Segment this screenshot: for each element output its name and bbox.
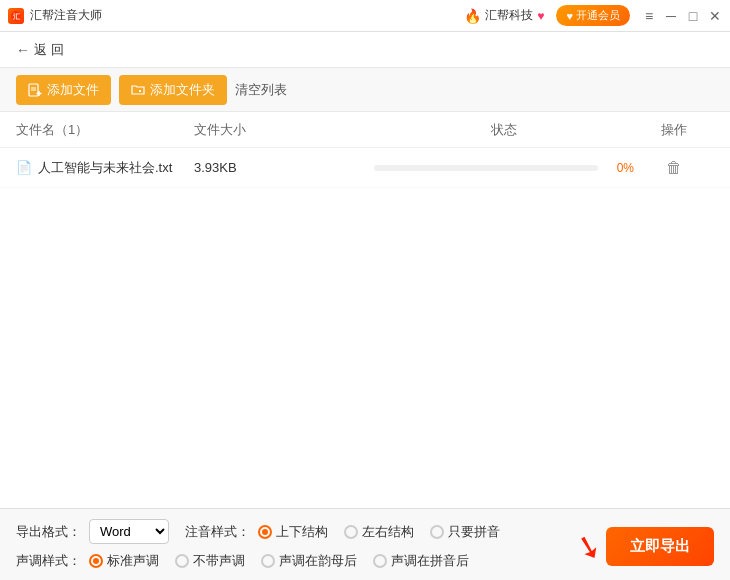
brand-logo-icon: 🔥 [464, 8, 481, 24]
title-left: 汇 汇帮注音大师 [8, 7, 102, 24]
minimize-button[interactable]: ─ [664, 9, 678, 23]
app-icon: 汇 [8, 8, 24, 24]
file-type-icon: 📄 [16, 160, 32, 175]
annotation-radio-0 [258, 525, 272, 539]
file-size: 3.93KB [194, 160, 374, 175]
nav-bar: ← 返 回 [0, 32, 730, 68]
add-file-label: 添加文件 [47, 81, 99, 99]
progress-cell: 0% [374, 161, 634, 175]
svg-text:汇: 汇 [13, 13, 21, 20]
table-row: 📄 人工智能与未来社会.txt 3.93KB 0% 🗑 [0, 148, 730, 188]
annotation-label: 注音样式： [185, 523, 250, 541]
tone-radio-2 [261, 554, 275, 568]
file-table: 文件名（1） 文件大小 状态 操作 📄 人工智能与未来社会.txt 3.93KB… [0, 112, 730, 508]
tone-radio-0 [89, 554, 103, 568]
format-group: 导出格式： Word PDF HTML TXT [16, 519, 169, 544]
tone-option-0-label: 标准声调 [107, 552, 159, 570]
options-row-2: 声调样式： 标准声调 不带声调 声调在韵母后 [16, 552, 575, 570]
annotation-option-0-label: 上下结构 [276, 523, 328, 541]
add-file-button[interactable]: 添加文件 [16, 75, 111, 105]
vip-button[interactable]: ♥ 开通会员 [556, 5, 630, 26]
annotation-option-0[interactable]: 上下结构 [258, 523, 328, 541]
annotation-group: 注音样式： 上下结构 左右结构 只要拼音 [185, 523, 500, 541]
options-row-1: 导出格式： Word PDF HTML TXT 注音样式： 上下结构 [16, 519, 575, 544]
header-status: 状态 [374, 121, 634, 139]
export-area: ➘ 立即导出 [575, 527, 714, 570]
delete-button[interactable]: 🗑 [666, 159, 682, 176]
title-right: 🔥 汇帮科技 ♥ ♥ 开通会员 ≡ ─ □ ✕ [464, 5, 722, 26]
annotation-radio-1 [344, 525, 358, 539]
app-title: 汇帮注音大师 [30, 7, 102, 24]
header-filesize: 文件大小 [194, 121, 374, 139]
export-button[interactable]: 立即导出 [606, 527, 714, 566]
brand-name: 汇帮科技 [485, 7, 533, 24]
back-label: 返 回 [34, 41, 64, 59]
header-action: 操作 [634, 121, 714, 139]
tone-radio-1 [175, 554, 189, 568]
brand-area: 🔥 汇帮科技 ♥ [464, 7, 544, 24]
add-file-icon [28, 83, 42, 97]
file-name: 人工智能与未来社会.txt [38, 159, 172, 177]
progress-bar-container [374, 165, 598, 171]
maximize-button[interactable]: □ [686, 9, 700, 23]
bottom-options: 导出格式： Word PDF HTML TXT 注音样式： 上下结构 [16, 519, 575, 570]
clear-label: 清空列表 [235, 82, 287, 97]
table-header: 文件名（1） 文件大小 状态 操作 [0, 112, 730, 148]
format-select[interactable]: Word PDF HTML TXT [89, 519, 169, 544]
back-arrow-icon: ← [16, 42, 30, 58]
annotation-option-2-label: 只要拼音 [448, 523, 500, 541]
bottom-content: 导出格式： Word PDF HTML TXT 注音样式： 上下结构 [16, 519, 714, 570]
toolbar: 添加文件 添加文件夹 清空列表 [0, 68, 730, 112]
title-bar: 汇 汇帮注音大师 🔥 汇帮科技 ♥ ♥ 开通会员 ≡ ─ □ ✕ [0, 0, 730, 32]
format-label: 导出格式： [16, 523, 81, 541]
export-btn-label: 立即导出 [630, 537, 690, 554]
tone-radio-group: 标准声调 不带声调 声调在韵母后 声调在拼音后 [89, 552, 469, 570]
add-folder-label: 添加文件夹 [150, 81, 215, 99]
window-controls: ≡ ─ □ ✕ [642, 9, 722, 23]
close-button[interactable]: ✕ [708, 9, 722, 23]
add-folder-button[interactable]: 添加文件夹 [119, 75, 227, 105]
tone-option-2-label: 声调在韵母后 [279, 552, 357, 570]
back-button[interactable]: ← 返 回 [16, 41, 64, 59]
progress-text: 0% [606, 161, 634, 175]
vip-heart-icon: ♥ [566, 10, 573, 22]
menu-icon[interactable]: ≡ [642, 9, 656, 23]
header-filename: 文件名（1） [16, 121, 194, 139]
clear-list-button[interactable]: 清空列表 [235, 81, 287, 99]
tone-option-3[interactable]: 声调在拼音后 [373, 552, 469, 570]
annotation-option-1[interactable]: 左右结构 [344, 523, 414, 541]
annotation-radio-group: 上下结构 左右结构 只要拼音 [258, 523, 500, 541]
tone-option-1-label: 不带声调 [193, 552, 245, 570]
tone-option-3-label: 声调在拼音后 [391, 552, 469, 570]
tone-label: 声调样式： [16, 552, 81, 570]
annotation-radio-2 [430, 525, 444, 539]
file-name-cell: 📄 人工智能与未来社会.txt [16, 159, 194, 177]
annotation-option-1-label: 左右结构 [362, 523, 414, 541]
tone-option-0[interactable]: 标准声调 [89, 552, 159, 570]
tone-option-1[interactable]: 不带声调 [175, 552, 245, 570]
arrow-hint-icon: ➘ [571, 528, 605, 566]
vip-label: 开通会员 [576, 8, 620, 23]
tone-group: 声调样式： 标准声调 不带声调 声调在韵母后 [16, 552, 469, 570]
tone-radio-3 [373, 554, 387, 568]
tone-option-2[interactable]: 声调在韵母后 [261, 552, 357, 570]
add-folder-icon [131, 83, 145, 97]
annotation-option-2[interactable]: 只要拼音 [430, 523, 500, 541]
heart-icon: ♥ [537, 9, 544, 23]
bottom-bar: 导出格式： Word PDF HTML TXT 注音样式： 上下结构 [0, 508, 730, 580]
